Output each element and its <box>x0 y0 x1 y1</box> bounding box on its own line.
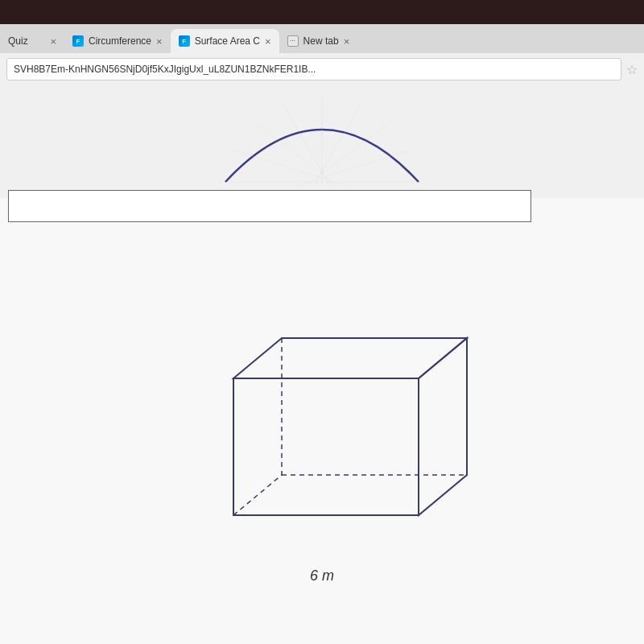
tab-quiz[interactable]: Quiz × <box>0 29 64 53</box>
front-face <box>233 378 419 515</box>
tab-quiz-close[interactable]: × <box>50 35 56 47</box>
browser-chrome: Quiz × F Circumference × F Surface Area … <box>0 24 644 85</box>
arc-container <box>201 93 443 190</box>
tab-new-label: New tab <box>303 35 339 47</box>
address-url-text: SVH8B7Em-KnHNGN56SNjD0jf5KxJIgigUxl_uL8Z… <box>14 64 316 75</box>
tab-new[interactable]: ⋯ New tab × <box>279 29 358 53</box>
tab-surface-area-label: Surface Area C <box>195 35 260 47</box>
page-content: 6 m <box>0 85 644 644</box>
tab-surface-area[interactable]: F Surface Area C × <box>171 29 279 53</box>
box-3d-svg <box>169 306 475 555</box>
answer-input-box[interactable] <box>8 190 531 222</box>
tab-circumference-label: Circumference <box>89 35 151 47</box>
os-top-bar <box>0 0 644 24</box>
box-area: 6 m <box>0 246 644 644</box>
dimension-label: 6 m <box>310 568 334 584</box>
tab-quiz-label: Quiz <box>8 35 28 47</box>
svg-line-6 <box>298 150 411 186</box>
svg-line-5 <box>233 150 346 186</box>
circumference-tab-icon: F <box>72 35 84 47</box>
tab-surface-area-close[interactable]: × <box>265 35 271 47</box>
tab-circumference-close[interactable]: × <box>156 35 163 47</box>
arc-svg <box>201 93 443 190</box>
new-tab-icon: ⋯ <box>287 35 299 47</box>
top-shape-area <box>0 85 644 198</box>
tab-circumference[interactable]: F Circumference × <box>64 29 171 53</box>
box-svg-container <box>169 306 475 564</box>
hidden-edge-bottom-back <box>233 475 282 515</box>
svg-line-3 <box>254 122 338 186</box>
tab-new-close[interactable]: × <box>344 35 350 47</box>
svg-line-4 <box>306 122 390 186</box>
surface-area-tab-icon: F <box>179 35 190 47</box>
bookmark-star-icon[interactable]: ☆ <box>626 62 638 77</box>
tab-bar: Quiz × F Circumference × F Surface Area … <box>0 24 644 53</box>
top-face <box>233 338 467 378</box>
address-bar-row: SVH8B7Em-KnHNGN56SNjD0jf5KxJIgigUxl_uL8Z… <box>0 53 644 85</box>
address-bar[interactable]: SVH8B7Em-KnHNGN56SNjD0jf5KxJIgigUxl_uL8Z… <box>6 58 621 80</box>
right-face <box>419 338 467 515</box>
screen: Quiz × F Circumference × F Surface Area … <box>0 0 644 644</box>
